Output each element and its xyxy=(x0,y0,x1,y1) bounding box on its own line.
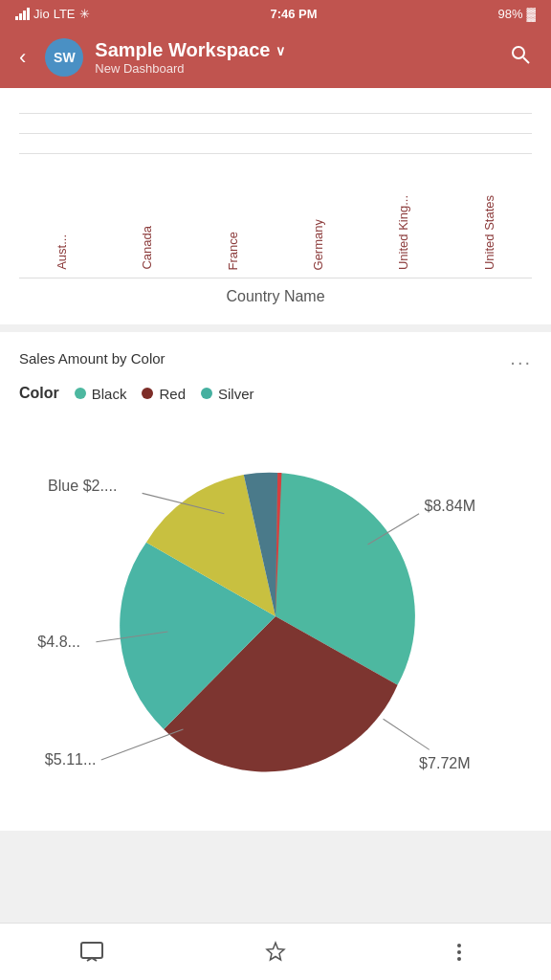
search-button[interactable] xyxy=(501,39,540,76)
pie-chart-title: Sales Amount by Color xyxy=(19,350,165,367)
bookmark-button[interactable] xyxy=(248,932,303,972)
legend-item-silver: Silver xyxy=(201,386,254,402)
label-line-5.11m xyxy=(101,729,184,760)
svg-rect-2 xyxy=(81,943,102,958)
more-options-button[interactable]: ... xyxy=(510,347,532,369)
country-label-germany: Germany xyxy=(311,219,325,270)
svg-point-6 xyxy=(457,957,461,961)
pie-label-8.84m: $8.84M xyxy=(424,497,475,514)
app-header: ‹ SW Sample Workspace ∨ New Dashboard xyxy=(0,27,551,88)
search-icon xyxy=(509,43,532,66)
pie-chart-wrapper: $8.84M $7.72M $5.11... $4.8... Blue $2..… xyxy=(19,425,532,808)
country-label-canada: Canada xyxy=(140,226,154,270)
grid-line xyxy=(19,133,532,134)
brightness-icon: ✳ xyxy=(79,7,90,21)
status-bar: Jio LTE ✳ 7:46 PM 98% ▓ xyxy=(0,0,551,27)
vertical-dots-icon xyxy=(447,940,472,965)
pie-label-4.8m: $4.8... xyxy=(37,633,80,650)
country-label-us: United States xyxy=(482,195,496,270)
chevron-down-icon: ∨ xyxy=(276,43,285,58)
signal-icon xyxy=(15,8,30,20)
svg-marker-3 xyxy=(267,943,284,960)
grid-line xyxy=(19,153,532,154)
legend-dot-red xyxy=(142,388,153,399)
svg-line-1 xyxy=(523,57,529,63)
status-left: Jio LTE ✳ xyxy=(15,7,90,21)
country-label-france: France xyxy=(226,232,240,270)
svg-point-0 xyxy=(513,47,524,58)
legend-title: Color xyxy=(19,385,59,402)
more-button[interactable] xyxy=(431,932,487,972)
pie-chart-svg: $8.84M $7.72M $5.11... $4.8... Blue $2..… xyxy=(19,425,532,808)
section-header: Sales Amount by Color ... xyxy=(19,347,532,369)
pie-label-blue-2m: Blue $2.... xyxy=(48,477,117,494)
legend-dot-black xyxy=(75,388,86,399)
label-line-7.72m xyxy=(384,719,430,749)
pie-label-7.72m: $7.72M xyxy=(419,754,471,771)
back-button[interactable]: ‹ xyxy=(11,41,33,74)
legend-dot-silver xyxy=(201,388,212,399)
svg-point-5 xyxy=(457,950,461,954)
carrier-label: Jio xyxy=(33,7,50,21)
x-axis-label: Country Name xyxy=(19,278,532,305)
status-right: 98% ▓ xyxy=(497,7,536,21)
chart-legend: Color Black Red Silver xyxy=(19,385,532,402)
country-label-uk: United King... xyxy=(396,195,410,270)
avatar: SW xyxy=(45,38,83,77)
chat-icon xyxy=(79,940,104,965)
dashboard-subtitle: New Dashboard xyxy=(95,61,490,76)
header-text-group: Sample Workspace ∨ New Dashboard xyxy=(95,39,490,76)
country-label-aust: Aust... xyxy=(55,234,69,270)
bottom-navigation xyxy=(0,923,551,980)
pie-label-5.11m: $5.11... xyxy=(45,750,97,768)
battery-label: 98% xyxy=(497,7,522,21)
bar-chart-section: Aust... Canada France Germany United Kin… xyxy=(0,88,551,324)
chat-button[interactable] xyxy=(64,932,120,972)
bar-grid-lines xyxy=(19,103,532,154)
star-icon xyxy=(263,940,288,965)
country-labels-row: Aust... Canada France Germany United Kin… xyxy=(19,164,532,278)
legend-label-red: Red xyxy=(159,386,186,402)
pie-chart-section: Sales Amount by Color ... Color Black Re… xyxy=(0,332,551,831)
workspace-title[interactable]: Sample Workspace ∨ xyxy=(95,39,490,61)
network-label: LTE xyxy=(54,7,76,21)
svg-point-4 xyxy=(457,944,461,947)
legend-item-black: Black xyxy=(75,386,127,402)
workspace-name-label: Sample Workspace xyxy=(95,39,270,61)
grid-line xyxy=(19,113,532,114)
legend-item-red: Red xyxy=(142,386,186,402)
battery-icon: ▓ xyxy=(527,7,536,21)
legend-label-black: Black xyxy=(92,386,127,402)
time-label: 7:46 PM xyxy=(270,7,317,21)
legend-label-silver: Silver xyxy=(218,386,254,402)
